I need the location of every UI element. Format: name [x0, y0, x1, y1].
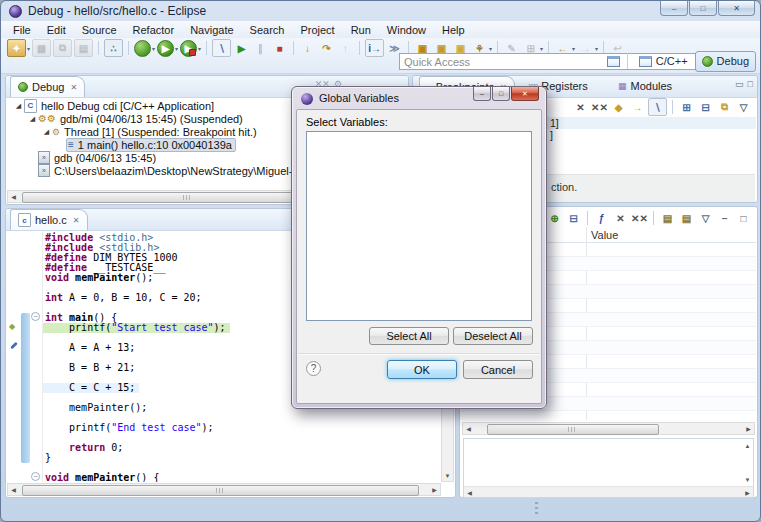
dialog-minimize-button[interactable]: – — [473, 87, 491, 101]
run-icon[interactable]: ▶ — [157, 40, 174, 57]
tree-expander-icon[interactable]: ◢ — [41, 128, 52, 136]
menu-edit[interactable]: Edit — [39, 23, 74, 37]
remove-expression-icon[interactable]: ✕ — [612, 210, 629, 226]
editor-tab-close-icon[interactable]: ✕ — [73, 216, 80, 225]
instruction-stepping-icon[interactable]: i→ — [365, 39, 384, 57]
variables-hscrollbar[interactable]: ◀ ▶ — [462, 422, 755, 435]
resume-icon[interactable]: ▶ — [233, 40, 250, 56]
forward-dropdown-icon[interactable]: ▾ — [595, 45, 598, 52]
dialog-close-button[interactable]: ✕ — [511, 87, 539, 101]
reset-icon[interactable]: ▤ — [678, 210, 695, 226]
menu-navigate[interactable]: Navigate — [182, 23, 241, 37]
breakpoint-icon[interactable] — [10, 342, 18, 350]
terminate-icon[interactable]: ■ — [271, 40, 288, 56]
scroll-right-arrow[interactable]: ▶ — [429, 484, 440, 495]
expand-all-icon[interactable]: ⊞ — [678, 99, 695, 115]
perspective-cpp-button[interactable]: C/C++ — [632, 51, 695, 72]
back-dropdown-icon[interactable]: ▾ — [572, 45, 575, 52]
perspective-debug-button[interactable]: Debug — [695, 51, 756, 72]
scroll-left-arrow[interactable]: ◀ — [8, 484, 19, 495]
window-minimize-button[interactable]: – — [660, 1, 688, 16]
step-into-icon[interactable]: ↓ — [299, 40, 316, 56]
editor-hscrollbar[interactable]: ◀ ▶ — [7, 483, 441, 496]
tree-expander-icon[interactable]: ◢ — [27, 115, 38, 123]
code-line[interactable]: } — [43, 453, 441, 463]
remove-breakpoint-icon[interactable]: ✕ — [572, 99, 589, 115]
menu-help[interactable]: Help — [434, 23, 473, 37]
show-type-names-icon[interactable]: ƒ — [593, 210, 610, 226]
remove-all-expressions-icon[interactable]: ✕✕ — [631, 210, 648, 226]
scroll-left-arrow[interactable]: ◀ — [464, 487, 475, 498]
menu-project[interactable]: Project — [292, 23, 342, 37]
menu-search[interactable]: Search — [242, 23, 293, 37]
tree-expander-icon[interactable]: ◢ — [13, 102, 24, 110]
scroll-left-arrow[interactable]: ◀ — [463, 423, 474, 434]
view-maximize-icon[interactable]: □ — [748, 79, 753, 89]
title-bar[interactable]: Debug - hello/src/hello.c - Eclipse – □ … — [1, 1, 760, 21]
collapse-all-icon[interactable]: ⊟ — [697, 99, 714, 115]
value-column-header[interactable]: Value — [591, 229, 618, 241]
select-all-button[interactable]: Select All — [369, 327, 449, 345]
ok-button[interactable]: OK — [387, 360, 457, 379]
menu-refactor[interactable]: Refactor — [125, 23, 183, 37]
selected-stack-frame[interactable]: ≡1 main() hello.c:10 0x0040139a — [66, 138, 236, 152]
help-button[interactable]: ? — [306, 361, 321, 376]
scroll-up-arrow[interactable]: ▲ — [742, 440, 753, 451]
minimize-icon[interactable]: – — [716, 210, 733, 226]
scroll-thumb[interactable] — [487, 424, 659, 435]
new-rendering-icon[interactable]: ▤ — [659, 210, 676, 226]
new-wizard-dropdown-icon[interactable]: ▾ — [27, 45, 30, 52]
code-line[interactable]: printf("End test case"); — [43, 423, 441, 433]
code-line[interactable]: return 0; — [43, 443, 441, 453]
link-with-debug-icon[interactable]: ⧉ — [716, 99, 733, 115]
maximize-icon[interactable]: □ — [735, 210, 752, 226]
annotation-dropdown-icon[interactable]: ▾ — [540, 45, 543, 52]
deselect-all-button[interactable]: Deselect All — [453, 327, 533, 345]
go-to-file-icon[interactable]: → — [629, 99, 646, 115]
console-action-dropdown-icon[interactable]: ▾ — [489, 45, 492, 52]
new-wizard-icon[interactable]: ✦ — [7, 39, 26, 57]
debug-tab-close-icon[interactable]: ✕ — [70, 83, 77, 92]
run-dropdown-icon[interactable]: ▾ — [175, 45, 178, 52]
fold-collapse-icon[interactable]: − — [31, 472, 40, 481]
view-menu-icon[interactable]: ▽ — [735, 99, 752, 115]
scroll-down-arrow[interactable]: ▼ — [442, 470, 453, 481]
show-breakpoints-supported-icon[interactable]: ◆ — [610, 99, 627, 115]
scroll-right-arrow[interactable]: ▶ — [743, 423, 754, 434]
dialog-maximize-button[interactable]: □ — [492, 87, 510, 101]
profile-icon[interactable]: ▶ — [180, 40, 197, 57]
instruction-pointer-icon[interactable]: ◆ — [9, 323, 15, 331]
debug-icon[interactable] — [134, 40, 151, 57]
collapse-all-icon[interactable]: ⊟ — [565, 210, 582, 226]
window-maximize-button[interactable]: □ — [689, 1, 717, 16]
view-menu-icon[interactable]: ▽ — [697, 210, 714, 226]
menu-source[interactable]: Source — [74, 23, 125, 37]
scroll-left-arrow[interactable]: ◀ — [8, 191, 19, 202]
view-minimize-icon[interactable]: ▭ — [735, 79, 744, 89]
skip-all-breakpoints-icon[interactable]: ∖ — [648, 98, 667, 116]
profile-dropdown-icon[interactable]: ▾ — [198, 45, 201, 52]
scroll-down-arrow[interactable]: ▼ — [742, 474, 753, 485]
skip-all-breakpoints-icon[interactable]: ∖ — [212, 39, 231, 57]
tab-debug[interactable]: Debug ✕ — [10, 76, 85, 97]
scroll-right-arrow[interactable]: ▶ — [742, 487, 753, 498]
menu-window[interactable]: Window — [379, 23, 434, 37]
tab-hello-c[interactable]: c hello.c ✕ — [10, 209, 88, 230]
code-line[interactable]: void memPainter() { — [43, 473, 441, 482]
remove-all-breakpoints-icon[interactable]: ✕✕ — [591, 99, 608, 115]
step-over-icon[interactable]: ↷ — [318, 40, 335, 56]
trace-control-icon[interactable]: ∴ — [104, 39, 123, 57]
add-expression-icon[interactable]: ⊕ — [546, 210, 563, 226]
editor-gutter[interactable]: −◆− — [7, 231, 43, 482]
detail-hscrollbar[interactable]: ◀ ▶ — [464, 486, 753, 497]
scroll-thumb[interactable] — [22, 485, 419, 496]
window-close-button[interactable]: ✕ — [718, 1, 755, 16]
open-perspective-button[interactable] — [605, 53, 622, 69]
fold-collapse-icon[interactable]: − — [31, 312, 40, 321]
variables-detail-pane[interactable]: ▲ ▼ ◀ ▶ — [463, 438, 754, 498]
menu-run[interactable]: Run — [343, 23, 379, 37]
cancel-button[interactable]: Cancel — [463, 360, 533, 379]
debug-dropdown-icon[interactable]: ▾ — [152, 45, 155, 52]
variables-select-list[interactable] — [306, 131, 532, 321]
menu-file[interactable]: File — [5, 23, 39, 37]
